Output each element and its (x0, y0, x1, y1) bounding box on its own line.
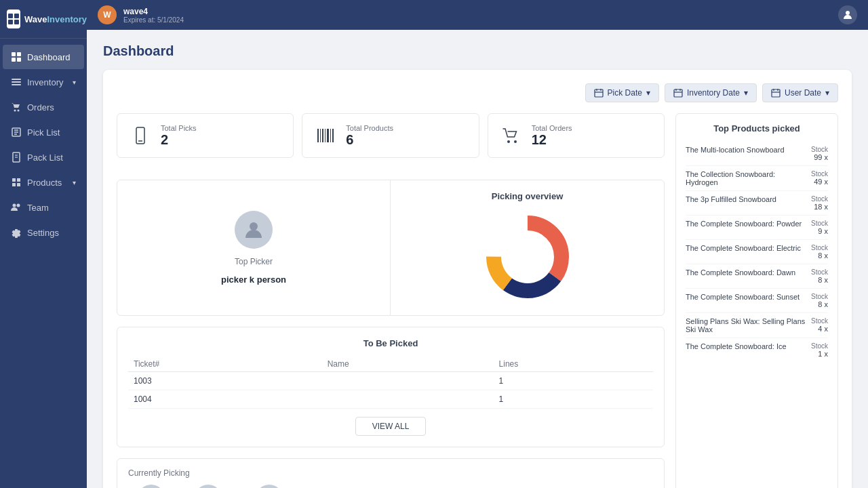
topbar-user-icon[interactable] (838, 5, 857, 24)
product-row: The Multi-location Snowboard Stock 99 x (686, 142, 828, 166)
col-name: Name (322, 357, 494, 372)
stock-label: Stock (811, 293, 828, 300)
svg-rect-20 (12, 178, 16, 182)
topbar-left: W wave4 Expires at: 5/1/2024 (98, 5, 184, 24)
product-stock: Stock 1 x (811, 342, 828, 358)
svg-rect-46 (330, 129, 331, 142)
stat-total-picks: Total Picks 2 (117, 113, 294, 158)
topbar-info: wave4 Expires at: 5/1/2024 (123, 7, 184, 24)
sidebar-item-pack-list[interactable]: Pack List (3, 145, 84, 169)
stock-value: 8 x (818, 251, 828, 260)
picker-avatar-shop (256, 485, 283, 488)
lines-1003: 1 (494, 372, 653, 390)
table-row: 1004 1 (128, 390, 653, 409)
table-row: 1003 1 (128, 372, 653, 390)
product-stock: Stock 4 x (811, 317, 828, 333)
picker-item-shop: picker shop person (242, 485, 296, 488)
user-date-filter[interactable]: User Date ▾ (762, 83, 838, 102)
top-picker-label-text: Top Picker (235, 257, 273, 266)
svg-rect-27 (595, 89, 603, 97)
ticket-1003: 1003 (128, 372, 322, 390)
top-products-card: Top Products picked The Multi-location S… (675, 113, 838, 488)
currently-pickers: andy4 Johnson picker k person (128, 485, 576, 488)
sidebar-item-settings[interactable]: Settings (3, 220, 84, 245)
inventory-date-filter[interactable]: Inventory Date ▾ (665, 83, 757, 102)
donut-chart (480, 209, 575, 304)
product-row: The Complete Snowboard: Electric Stock 8… (686, 240, 828, 264)
to-be-picked-title: To Be Picked (128, 338, 653, 348)
product-row: The Complete Snowboard: Dawn Stock 8 x (686, 264, 828, 289)
svg-rect-8 (12, 79, 21, 80)
topbar: W wave4 Expires at: 5/1/2024 (87, 0, 868, 30)
stat-products-value: 6 (346, 132, 393, 148)
stat-orders-info: Total Orders 12 (532, 124, 572, 148)
svg-rect-23 (17, 183, 20, 186)
product-name: The Collection Snowboard: Hydrogen (686, 170, 811, 186)
main-grid: Total Picks 2 Total Products 6 (117, 113, 838, 488)
sidebar-item-pick-list[interactable]: Pick List (3, 120, 84, 144)
stat-orders-label: Total Orders (532, 124, 572, 132)
inventory-date-label: Inventory Date (687, 88, 740, 98)
sidebar-item-inventory-label: Inventory (27, 77, 63, 87)
stock-value: 4 x (818, 325, 828, 333)
stock-label: Stock (811, 317, 828, 325)
svg-rect-41 (317, 129, 319, 142)
col-lines: Lines (494, 357, 653, 372)
view-all-button[interactable]: VIEW ALL (355, 417, 427, 436)
picker-item-andy: andy4 Johnson (128, 485, 174, 488)
topbar-avatar: W (98, 5, 117, 24)
svg-point-49 (514, 140, 517, 143)
lines-1004: 1 (494, 390, 653, 409)
product-name: The Complete Snowboard: Sunset (686, 293, 811, 301)
cart-icon (499, 123, 524, 148)
svg-rect-45 (327, 129, 329, 142)
svg-point-54 (504, 233, 551, 281)
sidebar-logo: WaveInventory (0, 0, 87, 39)
svg-point-25 (17, 204, 20, 207)
product-name: The Complete Snowboard: Powder (686, 220, 811, 228)
svg-rect-1 (14, 14, 19, 18)
product-name: Selling Plans Ski Wax: Selling Plans Ski… (686, 317, 811, 333)
svg-point-11 (14, 110, 16, 112)
sidebar-item-products[interactable]: Products ▾ (3, 170, 84, 195)
product-name: The Complete Snowboard: Dawn (686, 268, 811, 277)
svg-rect-31 (674, 89, 682, 97)
topbar-expires: Expires at: 5/1/2024 (123, 16, 184, 24)
stock-label: Stock (811, 342, 828, 350)
stock-label: Stock (811, 195, 828, 203)
stat-products-label: Total Products (346, 124, 393, 132)
inventory-date-chevron: ▾ (744, 88, 748, 98)
stock-value: 49 x (814, 178, 828, 186)
svg-rect-2 (8, 20, 13, 24)
product-name: The Complete Snowboard: Ice (686, 342, 811, 350)
top-picker-panel: Top Picker picker k person (117, 180, 391, 315)
stock-value: 1 x (818, 350, 828, 358)
top-picker-avatar (235, 211, 273, 249)
barcode-icon (313, 123, 338, 148)
user-date-chevron: ▾ (825, 88, 829, 98)
sidebar-item-dashboard[interactable]: Dashboard (3, 45, 84, 69)
svg-rect-22 (12, 183, 16, 186)
sidebar-item-inventory[interactable]: Inventory ▾ (3, 70, 84, 94)
stock-label: Stock (811, 268, 828, 276)
product-row: The Complete Snowboard: Ice Stock 1 x (686, 338, 828, 362)
svg-rect-5 (17, 52, 21, 56)
svg-rect-44 (325, 129, 326, 142)
sidebar-item-orders[interactable]: Orders (3, 95, 84, 119)
pick-date-filter[interactable]: Pick Date ▾ (585, 83, 659, 102)
picker-item-k: picker k person (185, 485, 231, 488)
stat-products-info: Total Products 6 (346, 124, 393, 148)
overview-card: Top Picker picker k person Picking overv… (117, 180, 665, 316)
sidebar-item-team[interactable]: Team (3, 195, 84, 220)
sidebar-item-team-label: Team (27, 203, 49, 213)
picker-avatar-k (195, 485, 222, 488)
stat-picks-value: 2 (161, 132, 197, 148)
products-chevron: ▾ (73, 179, 76, 186)
sidebar-item-pick-list-label: Pick List (27, 127, 60, 138)
product-stock: Stock 8 x (811, 244, 828, 260)
pick-date-label: Pick Date (608, 88, 642, 98)
svg-rect-3 (14, 20, 19, 24)
phone-icon (128, 123, 153, 148)
svg-rect-6 (12, 58, 16, 62)
sidebar-item-dashboard-label: Dashboard (27, 52, 71, 62)
